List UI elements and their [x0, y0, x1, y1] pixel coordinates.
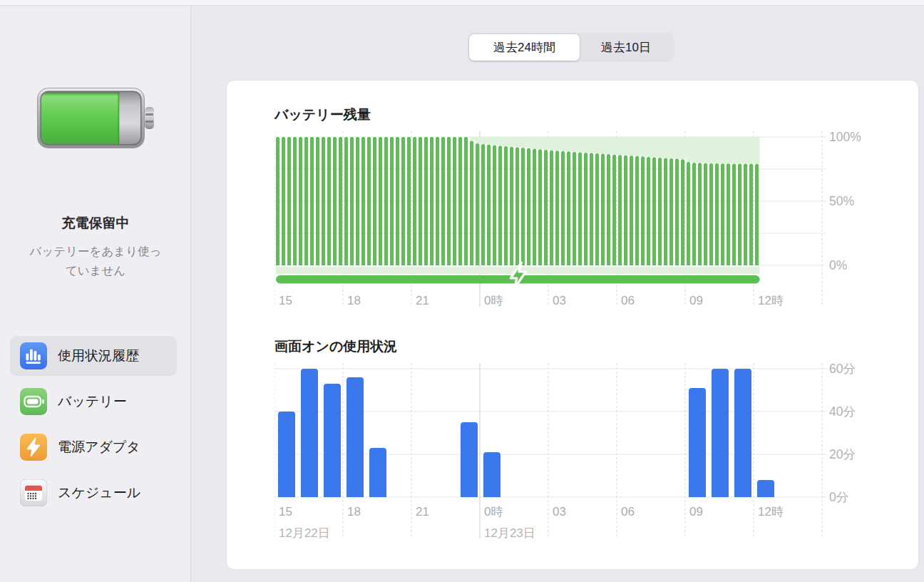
svg-text:18: 18	[347, 505, 361, 519]
battery-level-bar	[630, 155, 633, 268]
battery-level-bar	[607, 154, 610, 268]
battery-level-bar	[481, 144, 485, 268]
battery-level-bar	[424, 137, 428, 268]
screen-usage-bar	[301, 369, 318, 501]
x-axis-labels: 1518210時03060912時	[279, 294, 784, 307]
battery-level-bar	[658, 158, 662, 268]
battery-level-bar	[727, 163, 730, 268]
usage-history-icon	[20, 342, 47, 369]
screen-usage-bars	[278, 369, 774, 501]
battery-level-bar	[521, 148, 525, 268]
battery-level-bar	[555, 150, 559, 268]
window-toolbar-edge	[0, 0, 924, 6]
battery-level-bar	[441, 137, 445, 268]
screen-usage-bar	[278, 412, 295, 501]
battery-level-bar	[533, 149, 536, 268]
svg-text:50%: 50%	[829, 194, 854, 208]
battery-level-bar	[573, 152, 576, 268]
battery-status-icon	[37, 88, 155, 149]
battery-level-bar	[732, 163, 736, 268]
svg-text:12時: 12時	[758, 294, 784, 307]
battery-level-chart-title: バッテリー残量	[274, 106, 371, 124]
sidebar-item-power-adapter[interactable]: 電源アダプタ	[10, 427, 177, 467]
battery-level-bar	[322, 137, 325, 268]
battery-level-bar	[458, 137, 462, 268]
battery-level-bar	[276, 137, 279, 268]
battery-level-bar	[590, 153, 593, 269]
screen-usage-bar	[689, 388, 706, 501]
battery-level-bar	[527, 148, 530, 268]
battery-level-bar	[287, 137, 291, 268]
svg-text:12時: 12時	[758, 505, 784, 519]
sidebar-item-usage-history[interactable]: 使用状況履歴	[10, 336, 177, 376]
sidebar-item-battery[interactable]: バッテリー	[10, 382, 177, 422]
battery-level-bar	[350, 137, 354, 268]
power-adapter-icon	[20, 434, 47, 461]
svg-text:06: 06	[621, 294, 635, 307]
battery-level-bar	[624, 155, 627, 268]
svg-text:21: 21	[416, 294, 429, 307]
date-labels: 12月22日12月23日	[279, 526, 535, 540]
battery-level-bar	[544, 150, 548, 268]
battery-level-bar	[578, 152, 582, 268]
battery-level-bar	[498, 146, 502, 268]
battery-level-bar	[612, 155, 616, 268]
screen-usage-bar	[483, 452, 500, 501]
battery-level-bar	[698, 163, 702, 268]
tab-past-10-days[interactable]: 過去10日	[580, 34, 672, 61]
battery-level-bar	[390, 137, 394, 268]
battery-level-bar	[419, 137, 422, 268]
svg-text:0%: 0%	[829, 258, 847, 272]
battery-level-bar	[361, 137, 365, 268]
battery-level-bar	[669, 158, 673, 268]
svg-text:06: 06	[621, 505, 635, 519]
battery-level-chart: 100%50%0%1518210時03060912時	[274, 128, 866, 308]
svg-text:09: 09	[689, 294, 703, 307]
svg-text:15: 15	[279, 294, 292, 307]
battery-level-bar	[344, 137, 348, 268]
battery-level-bar	[538, 149, 542, 268]
svg-text:15: 15	[279, 505, 292, 519]
battery-level-bar	[641, 156, 645, 268]
svg-text:0時: 0時	[484, 294, 503, 307]
y-axis-labels: 100%50%0%	[829, 130, 861, 272]
battery-level-bar	[595, 153, 599, 268]
x-axis-labels: 1518210時03060912時	[279, 505, 784, 519]
svg-text:21: 21	[416, 505, 429, 519]
battery-status-subtitle: バッテリーをあまり使っ ていません	[0, 242, 191, 280]
battery-level-bar	[407, 137, 411, 268]
battery-level-bar	[687, 162, 690, 268]
tab-past-24-hours[interactable]: 過去24時間	[469, 34, 580, 61]
battery-level-bar	[647, 157, 650, 268]
battery-level-bar	[704, 163, 707, 268]
battery-level-bar	[692, 163, 696, 268]
screen-usage-bar	[757, 480, 774, 501]
sidebar-item-schedule[interactable]: スケジュール	[10, 473, 177, 513]
battery-level-bar	[310, 137, 314, 268]
battery-level-bar	[436, 137, 439, 268]
svg-text:18: 18	[347, 294, 361, 307]
battery-level-bar	[709, 163, 713, 268]
time-range-segmented-control: 過去24時間 過去10日	[468, 33, 674, 62]
svg-text:03: 03	[553, 505, 566, 519]
battery-level-bar	[339, 137, 342, 268]
battery-level-bar	[515, 147, 519, 268]
battery-level-bar	[476, 143, 479, 268]
screen-usage-bar	[734, 369, 751, 501]
battery-level-bar	[618, 155, 622, 268]
battery-level-bar	[396, 137, 399, 268]
sidebar-item-label: バッテリー	[58, 392, 127, 411]
battery-level-bar	[510, 147, 513, 268]
battery-level-bar	[715, 163, 719, 268]
screen-usage-bar	[369, 448, 386, 501]
y-axis-labels: 60分40分20分0分	[829, 362, 856, 504]
svg-text:60分: 60分	[829, 362, 856, 376]
svg-text:03: 03	[553, 294, 566, 307]
battery-level-bar	[316, 137, 319, 268]
battery-level-bar	[430, 137, 433, 268]
battery-level-bar	[470, 141, 473, 268]
battery-level-bar	[384, 137, 388, 268]
battery-level-bar	[504, 146, 508, 268]
battery-level-bar	[453, 137, 456, 268]
svg-text:20分: 20分	[829, 447, 856, 461]
